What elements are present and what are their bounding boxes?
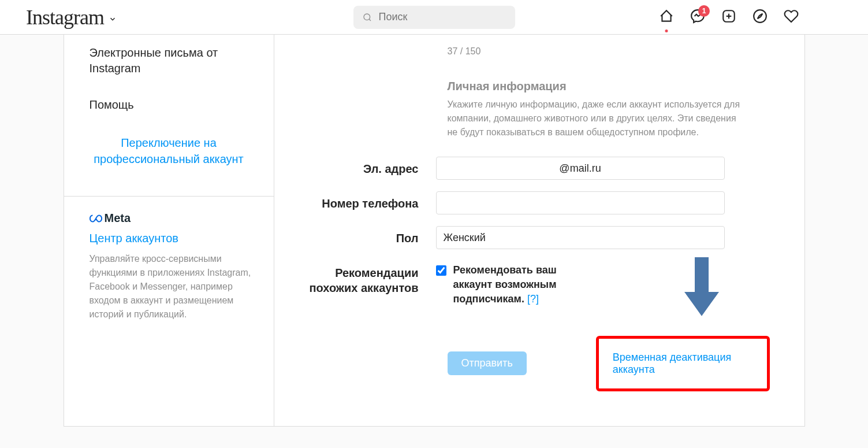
meta-infinity-icon bbox=[90, 212, 102, 225]
sidebar-item-emails[interactable]: Электронные письма от Instagram bbox=[64, 35, 274, 87]
phone-input[interactable] bbox=[436, 191, 725, 214]
search-icon bbox=[363, 12, 372, 23]
meta-brand-text: Meta bbox=[105, 212, 131, 225]
personal-info-heading: Личная информация bbox=[448, 80, 770, 93]
svg-marker-6 bbox=[758, 14, 763, 19]
deactivate-link[interactable]: Временная деактивация аккаунта bbox=[613, 351, 731, 375]
similar-label: Рекомендации похожих аккаунтов bbox=[297, 261, 436, 295]
recommend-help-link[interactable]: [?] bbox=[527, 293, 539, 305]
recommend-checkbox-label: Рекомендовать ваш аккаунт возможным подп… bbox=[453, 263, 586, 307]
messenger-badge: 1 bbox=[698, 5, 710, 17]
phone-row: Номер телефона bbox=[297, 191, 770, 214]
heart-icon bbox=[784, 9, 799, 24]
recommend-checkbox[interactable] bbox=[436, 265, 446, 276]
search-input[interactable] bbox=[378, 11, 505, 23]
phone-label: Номер телефона bbox=[297, 191, 436, 211]
gender-label: Пол bbox=[297, 226, 436, 246]
sidebar-item-help[interactable]: Помощь bbox=[64, 87, 274, 123]
email-label: Эл. адрес bbox=[297, 157, 436, 176]
gender-row: Пол bbox=[297, 226, 770, 249]
instagram-logo: Instagram bbox=[26, 5, 104, 29]
recommend-label-text: Рекомендовать ваш аккаунт возможным подп… bbox=[453, 264, 557, 305]
meta-description: Управляйте кросс-сервисными функциями в … bbox=[90, 252, 256, 321]
nav-activity[interactable] bbox=[784, 9, 799, 25]
logo-area[interactable]: Instagram bbox=[26, 5, 117, 29]
settings-content: 37 / 150 Личная информация Укажите личну… bbox=[274, 35, 804, 426]
nav-icons: 1 bbox=[659, 9, 799, 25]
main-container: Электронные письма от Instagram Помощь П… bbox=[36, 35, 833, 427]
compass-icon bbox=[752, 9, 768, 24]
meta-logo: Meta bbox=[90, 212, 256, 225]
gender-input[interactable] bbox=[436, 226, 725, 249]
nav-messenger[interactable]: 1 bbox=[690, 9, 705, 25]
accounts-center-link[interactable]: Центр аккаунтов bbox=[90, 232, 256, 245]
nav-explore[interactable] bbox=[752, 9, 768, 25]
similar-row: Рекомендации похожих аккаунтов Рекомендо… bbox=[297, 261, 770, 307]
plus-square-icon bbox=[721, 9, 736, 24]
nav-create[interactable] bbox=[721, 9, 736, 25]
svg-point-5 bbox=[754, 10, 766, 23]
settings-panel: Электронные письма от Instagram Помощь П… bbox=[64, 35, 805, 427]
home-indicator-dot bbox=[665, 29, 668, 32]
recommend-checkbox-row: Рекомендовать ваш аккаунт возможным подп… bbox=[436, 261, 586, 307]
top-nav: Instagram 1 bbox=[0, 0, 868, 35]
search-box[interactable] bbox=[353, 6, 515, 29]
svg-line-1 bbox=[369, 19, 371, 21]
meta-section: Meta Центр аккаунтов Управляйте кросс-се… bbox=[64, 197, 274, 339]
submit-button[interactable]: Отправить bbox=[448, 351, 527, 375]
chevron-down-icon bbox=[109, 15, 117, 23]
nav-home[interactable] bbox=[659, 9, 674, 25]
settings-sidebar: Электронные письма от Instagram Помощь П… bbox=[64, 35, 274, 426]
bio-char-counter: 37 / 150 bbox=[448, 46, 770, 57]
action-row: Отправить Временная деактивация аккаунта bbox=[448, 336, 770, 391]
search-wrap bbox=[353, 6, 515, 29]
svg-point-0 bbox=[363, 14, 370, 20]
switch-professional-link[interactable]: Переключение на профессиональный аккаунт bbox=[64, 123, 274, 196]
personal-info-desc: Укажите личную информацию, даже если акк… bbox=[448, 98, 748, 139]
email-row: Эл. адрес bbox=[297, 157, 770, 180]
email-input[interactable] bbox=[436, 157, 725, 180]
home-icon bbox=[659, 9, 674, 24]
deactivate-highlight-box: Временная деактивация аккаунта bbox=[596, 336, 770, 391]
